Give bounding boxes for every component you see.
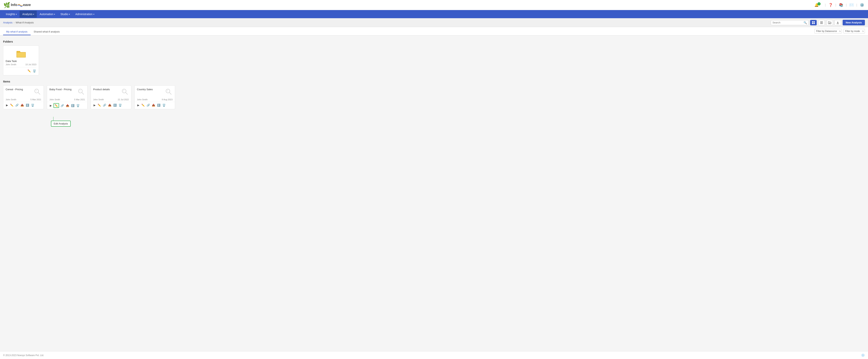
whatif-icon2: ? (77, 88, 85, 96)
run-btn[interactable]: ▶ (6, 103, 8, 107)
delete-btn3[interactable]: 🗑️ (118, 103, 122, 107)
item-card-header: Cereal - Pricing ? (3, 86, 43, 97)
delete-btn[interactable]: 🗑️ (31, 103, 35, 107)
share-btn3[interactable]: 🔗 (102, 103, 106, 107)
message-icon[interactable]: ✉️ (849, 2, 855, 8)
grid-view-btn[interactable] (810, 20, 817, 25)
share-btn[interactable]: 🔗 (15, 103, 19, 107)
share-btn2[interactable]: 🔗 (60, 104, 64, 107)
svg-line-15 (82, 92, 84, 95)
svg-text:🌿: 🌿 (3, 2, 10, 8)
studio-arrow: ▾ (69, 13, 70, 15)
item-title3: Product details (93, 88, 110, 91)
download-icon (836, 21, 839, 24)
search-input[interactable] (773, 21, 804, 24)
run-btn4[interactable]: ▶ (137, 103, 140, 107)
tooltip-box: Edit Analysis (51, 121, 71, 127)
item-card-country[interactable]: Country Sales ? John Smith 9 Aug 2023 ▶ … (134, 86, 175, 109)
breadcrumb: Analysis › What-If Analysis (3, 21, 34, 24)
edit-btn[interactable]: ✏️ (10, 103, 14, 107)
export-btn[interactable]: 📤 (20, 103, 24, 107)
administration-arrow: ▾ (93, 13, 94, 15)
edit-btn3[interactable]: ✏️ (97, 103, 101, 107)
svg-rect-5 (820, 22, 823, 22)
svg-rect-1 (812, 21, 813, 23)
nav-automation[interactable]: Automation ▾ (37, 11, 58, 18)
run-btn3[interactable]: ▶ (93, 103, 96, 107)
edit-btn4[interactable]: ✏️ (141, 103, 145, 107)
item-owner3: John Smith (93, 98, 104, 101)
filter-mode-wrapper: Filter by mode (843, 29, 865, 33)
item-meta: John Smith 5 Mar 2021 (3, 97, 43, 102)
run-btn2[interactable]: ▶ (50, 104, 52, 107)
item-actions2: ▶ ✏️ 🔗 📤 ℹ️ 🗑️ (47, 102, 87, 109)
export-btn4[interactable]: 📤 (151, 103, 156, 107)
svg-line-12 (38, 92, 40, 95)
analysis-arrow: ▾ (33, 13, 34, 15)
folders-title: Folders (3, 40, 865, 43)
user-icon[interactable]: ⚙️ (859, 2, 865, 8)
item-meta4: John Smith 9 Aug 2023 (134, 97, 175, 102)
filter-datasource[interactable]: Filter by Datasource (814, 29, 842, 33)
share-btn4[interactable]: 🔗 (146, 103, 150, 107)
footer-copyright: © 2013-2023 Noesys Software Pvt. Ltd. (3, 354, 44, 357)
logo-text2: eave (23, 3, 31, 7)
tab-my-whatif[interactable]: My what-if analysis (3, 29, 31, 35)
info-btn2[interactable]: ℹ️ (71, 104, 75, 107)
folders-row: Data Task John Smith 10 Jul 2023 ✏️ 🗑️ (3, 45, 865, 75)
svg-rect-2 (813, 21, 815, 23)
new-analysis-button[interactable]: New Analysis (843, 20, 865, 25)
items-title: Items (3, 80, 865, 83)
svg-line-21 (169, 92, 172, 95)
item-card-product[interactable]: Product details ? John Smith 22 Jul 2022… (91, 86, 131, 109)
svg-line-18 (125, 92, 128, 95)
help-icon[interactable]: ❓ (828, 2, 834, 8)
item-title: Cereal - Pricing (6, 88, 23, 91)
logo-text: Info (11, 3, 17, 7)
info-btn4[interactable]: ℹ️ (157, 103, 161, 107)
search-box: 🔍 (771, 20, 809, 25)
item-date3: 22 Jul 2022 (118, 98, 129, 101)
breadcrumb-analysis[interactable]: Analysis (3, 21, 12, 24)
edit-btn2[interactable]: ✏️ (54, 103, 59, 108)
logo[interactable]: 🌿 Info eave (3, 2, 31, 8)
list-view-btn[interactable] (818, 20, 825, 25)
delete-btn4[interactable]: 🗑️ (162, 103, 166, 107)
nav-administration[interactable]: Administration ▾ (73, 11, 97, 18)
delete-btn2[interactable]: 🗑️ (76, 104, 80, 107)
item-card-cereal[interactable]: Cereal - Pricing ? John Smith 5 Mar 2021… (3, 86, 44, 109)
folder-add-icon (828, 21, 831, 24)
folder-delete-btn[interactable]: 🗑️ (32, 69, 36, 73)
breadcrumb-bar: Analysis › What-If Analysis 🔍 (0, 18, 868, 27)
folder-date: 10 Jul 2023 (25, 63, 36, 66)
item-meta2: John Smith 5 Mar 2021 (47, 97, 87, 102)
tab-shared-whatif[interactable]: Shared what-if analysis (31, 29, 63, 35)
add-folder-btn[interactable] (826, 20, 833, 25)
bell-badge: 0 (817, 2, 820, 5)
info-btn3[interactable]: ℹ️ (113, 103, 117, 107)
grid-icon (812, 21, 815, 24)
svg-rect-3 (812, 23, 813, 24)
item-owner2: John Smith (50, 98, 60, 101)
export-btn2[interactable]: 📤 (65, 104, 69, 107)
item-card-header4: Country Sales ? (134, 86, 175, 97)
filter-mode[interactable]: Filter by mode (843, 29, 865, 33)
main-content: Folders Data Task John Smith 10 Jul 2023… (0, 35, 868, 351)
bookmark-icon[interactable]: 📚 (838, 2, 844, 8)
export-btn3[interactable]: 📤 (108, 103, 112, 107)
folder-edit-btn[interactable]: ✏️ (27, 69, 31, 73)
insights-arrow: ▾ (16, 13, 17, 15)
folder-card[interactable]: Data Task John Smith 10 Jul 2023 ✏️ 🗑️ (3, 45, 39, 75)
item-card-babyfood[interactable]: Baby Food - Pricing ? John Smith 5 Mar 2… (47, 86, 88, 109)
nav-insights[interactable]: Insights ▾ (3, 11, 20, 18)
folder-name: Data Task (6, 60, 36, 63)
footer-icon: ❄️ (861, 353, 865, 357)
nav-studio[interactable]: Studio ▾ (58, 11, 73, 18)
bell-icon-container[interactable]: 🔔 0 (813, 2, 823, 8)
tooltip-container: Edit Analysis (51, 117, 54, 121)
nav-bar: Insights ▾ Analysis ▾ Automation ▾ Studi… (0, 10, 868, 18)
item-owner: John Smith (6, 98, 16, 101)
info-btn[interactable]: ℹ️ (25, 103, 29, 107)
nav-analysis[interactable]: Analysis ▾ (20, 11, 37, 18)
download-btn[interactable] (835, 20, 841, 25)
